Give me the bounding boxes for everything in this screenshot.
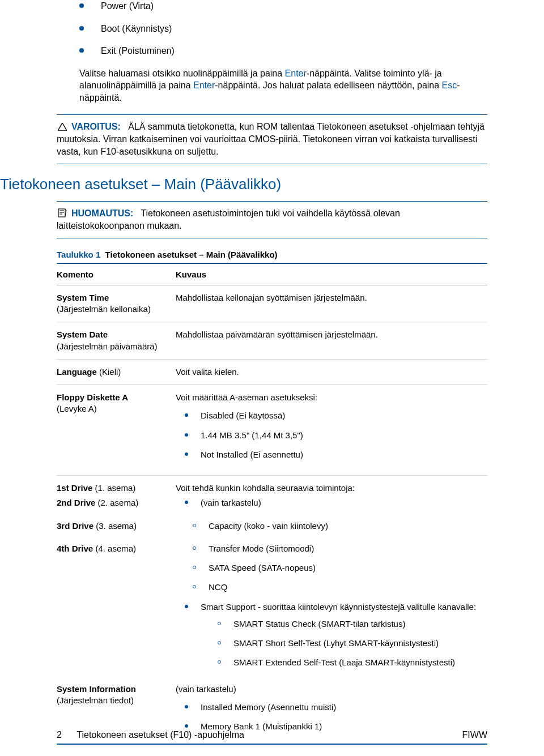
command-sub: (Levyke A) — [57, 404, 97, 413]
command-name: Language — [57, 367, 97, 377]
sub-option-list: SMART Status Check (SMART-tilan tarkistu… — [201, 618, 487, 669]
table-row: 3rd Drive (3. asema) Capacity (koko - va… — [57, 517, 487, 540]
table-title-text: Tietokoneen asetukset – Main (Päävalikko… — [105, 250, 278, 259]
warning-callout: VAROITUS: ÄLÄ sammuta tietokonetta, kun … — [57, 114, 487, 164]
command-sub: (Järjestelmän kellonaika) — [57, 304, 151, 314]
command-desc: (vain tarkastelu) — [176, 684, 236, 694]
text: Valitse haluamasi otsikko nuolinäppäimil… — [79, 69, 285, 78]
table-row: 2nd Drive (2. asema) (vain tarkastelu) — [57, 494, 487, 516]
command-sub: (2. asema) — [98, 498, 139, 507]
warning-icon — [57, 121, 68, 133]
table-caption: Taulukko 1 Tietokoneen asetukset – Main … — [57, 250, 487, 264]
command-sub: (Järjestelmän päivämäärä) — [57, 341, 158, 351]
command-desc: Voit valita kielen. — [176, 359, 487, 385]
list-item: Not Installed (Ei asennettu) — [176, 449, 487, 460]
command-desc: Voit määrittää A-aseman asetukseksi: — [176, 392, 317, 402]
intro-bullet-list: Power (Virta) Boot (Käynnistys) Exit (Po… — [79, 0, 487, 57]
command-desc: Mahdollistaa kellonajan syöttämisen järj… — [176, 285, 487, 322]
option-list: Disabled (Ei käytössä) 1.44 MB 3.5" (1,4… — [176, 410, 487, 460]
command-name: System Time — [57, 293, 109, 302]
page-number: 2 — [57, 730, 62, 740]
note-callout: HUOMAUTUS: Tietokoneen asetustoimintojen… — [57, 201, 487, 238]
key-enter: Enter — [285, 69, 307, 78]
command-name: Floppy Diskette A — [57, 392, 128, 402]
list-item: (vain tarkastelu) — [176, 497, 487, 509]
command-desc: Voit tehdä kunkin kohdalla seuraavia toi… — [176, 476, 487, 494]
list-item: SMART Status Check (SMART-tilan tarkistu… — [201, 618, 487, 630]
list-item: 1.44 MB 3.5" (1,44 Mt 3,5") — [176, 430, 487, 441]
section-heading-main: Tietokoneen asetukset – Main (Päävalikko… — [0, 176, 487, 193]
table-bottom-rule — [57, 744, 487, 745]
command-sub: (3. asema) — [96, 521, 137, 531]
intro-paragraph: Valitse haluamasi otsikko nuolinäppäimil… — [79, 67, 487, 104]
warning-text: ÄLÄ sammuta tietokonetta, kun ROM tallen… — [57, 122, 484, 156]
command-name: 1st Drive — [57, 483, 92, 493]
sub-option-list: Transfer Mode (Siirtomoodi) SATA Speed (… — [176, 543, 487, 593]
list-item: Disabled (Ei käytössä) — [176, 410, 487, 421]
list-item: Boot (Käynnistys) — [79, 23, 487, 35]
page-footer: 2 Tietokoneen asetukset (F10) -apuohjelm… — [0, 730, 544, 740]
sub-option-list: Capacity (koko - vain kiintolevy) — [176, 520, 487, 532]
footer-title: Tietokoneen asetukset (F10) -apuohjelma — [76, 730, 244, 740]
option-list: Installed Memory (Asennettu muisti) Memo… — [176, 702, 487, 733]
command-sub: (Kieli) — [99, 367, 121, 377]
col-header-description: Kuvaus — [176, 264, 487, 285]
list-item: Exit (Poistuminen) — [79, 45, 487, 57]
table-row: Floppy Diskette A (Levyke A) Voit määrit… — [57, 385, 487, 476]
footer-left: 2 Tietokoneen asetukset (F10) -apuohjelm… — [57, 730, 244, 740]
key-esc: Esc — [442, 80, 457, 90]
command-sub: (1. asema) — [95, 483, 136, 493]
table-row: System Date (Järjestelmän päivämäärä) Ma… — [57, 322, 487, 360]
settings-table: Komento Kuvaus System Time (Järjestelmän… — [57, 264, 487, 741]
table-row: 4th Drive (4. asema) Transfer Mode (Siir… — [57, 540, 487, 677]
col-header-command: Komento — [57, 264, 176, 285]
command-name: System Date — [57, 330, 108, 339]
list-item: Smart Support - suorittaa kiintolevyn kä… — [176, 601, 487, 669]
table-row: 1st Drive (1. asema) Voit tehdä kunkin k… — [57, 476, 487, 494]
note-icon — [57, 207, 68, 220]
table-number: Taulukko 1 — [57, 250, 100, 259]
list-item: SMART Short Self-Test (Lyhyt SMART-käynn… — [201, 638, 487, 649]
note-label: HUOMAUTUS: — [71, 208, 133, 218]
text: -näppäintä. Jos haluat palata edelliseen… — [215, 80, 441, 90]
list-item: Capacity (koko - vain kiintolevy) — [176, 520, 487, 532]
key-enter: Enter — [193, 80, 215, 90]
command-name: 2nd Drive — [57, 498, 95, 507]
table-row: System Time (Järjestelmän kellonaika) Ma… — [57, 285, 487, 322]
list-item: SATA Speed (SATA-nopeus) — [176, 562, 487, 574]
command-name: 3rd Drive — [57, 521, 94, 531]
page: Power (Virta) Boot (Käynnistys) Exit (Po… — [0, 0, 544, 756]
command-sub: (4. asema) — [95, 544, 136, 553]
list-item: Power (Virta) — [79, 0, 487, 12]
command-sub: (Järjestelmän tiedot) — [57, 695, 134, 705]
list-item: NCQ — [176, 582, 487, 593]
svg-rect-0 — [58, 209, 65, 217]
command-name: 4th Drive — [57, 544, 93, 553]
command-name: System Information — [57, 684, 136, 694]
list-item: SMART Extended Self-Test (Laaja SMART-kä… — [201, 657, 487, 668]
warning-label: VAROITUS: — [71, 122, 121, 131]
command-desc: Mahdollistaa päivämäärän syöttämisen jär… — [176, 322, 487, 360]
table-row: Language (Kieli) Voit valita kielen. — [57, 359, 487, 385]
list-item: Installed Memory (Asennettu muisti) — [176, 702, 487, 713]
text: Smart Support - suorittaa kiintolevyn kä… — [201, 602, 476, 612]
list-item: Transfer Mode (Siirtomoodi) — [176, 543, 487, 554]
footer-right: FIWW — [462, 730, 487, 740]
option-list: Smart Support - suorittaa kiintolevyn kä… — [176, 601, 487, 669]
option-list: (vain tarkastelu) — [176, 497, 487, 509]
